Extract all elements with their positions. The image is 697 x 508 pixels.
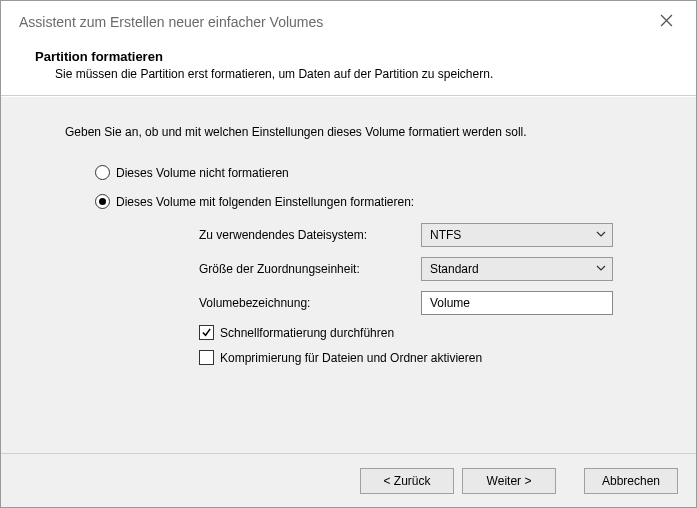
row-allocation: Größe der Zuordnungseinheit: Standard (199, 257, 678, 281)
wizard-content: Geben Sie an, ob und mit welchen Einstel… (1, 96, 696, 453)
filesystem-label: Zu verwendendes Dateisystem: (199, 228, 421, 242)
volumelabel-input[interactable] (421, 291, 613, 315)
format-options: Schnellformatierung durchführen Komprimi… (95, 325, 678, 365)
allocation-label: Größe der Zuordnungseinheit: (199, 262, 421, 276)
close-button[interactable] (650, 8, 682, 36)
page-title: Partition formatieren (35, 49, 678, 64)
wizard-footer: < Zurück Weiter > Abbrechen (1, 453, 696, 507)
format-radio-group: Dieses Volume nicht formatieren Dieses V… (19, 165, 678, 365)
wizard-window: Assistent zum Erstellen neuer einfacher … (0, 0, 697, 508)
chevron-down-icon (596, 228, 606, 242)
close-icon (660, 14, 673, 30)
checkbox-icon (199, 350, 214, 365)
row-volume-label: Volumebezeichnung: (199, 291, 678, 315)
row-filesystem: Zu verwendendes Dateisystem: NTFS (199, 223, 678, 247)
volumelabel-label: Volumebezeichnung: (199, 296, 421, 310)
titlebar: Assistent zum Erstellen neuer einfacher … (1, 1, 696, 43)
compression-label: Komprimierung für Dateien und Ordner akt… (220, 351, 482, 365)
filesystem-value: NTFS (430, 228, 461, 242)
chevron-down-icon (596, 262, 606, 276)
radio-icon (95, 194, 110, 209)
radio-format-with-settings[interactable]: Dieses Volume mit folgenden Einstellunge… (95, 194, 678, 209)
checkbox-compression[interactable]: Komprimierung für Dateien und Ordner akt… (199, 350, 678, 365)
radio-format-with-label: Dieses Volume mit folgenden Einstellunge… (116, 195, 414, 209)
page-subtitle: Sie müssen die Partition erst formatiere… (35, 67, 678, 81)
checkbox-icon (199, 325, 214, 340)
back-button[interactable]: < Zurück (360, 468, 454, 494)
allocation-dropdown[interactable]: Standard (421, 257, 613, 281)
allocation-value: Standard (430, 262, 479, 276)
quick-format-label: Schnellformatierung durchführen (220, 326, 394, 340)
next-button[interactable]: Weiter > (462, 468, 556, 494)
cancel-button[interactable]: Abbrechen (584, 468, 678, 494)
instruction-text: Geben Sie an, ob und mit welchen Einstel… (19, 125, 678, 139)
radio-no-format-label: Dieses Volume nicht formatieren (116, 166, 289, 180)
format-settings-form: Zu verwendendes Dateisystem: NTFS Größe … (95, 223, 678, 315)
window-title: Assistent zum Erstellen neuer einfacher … (19, 14, 323, 30)
checkbox-quick-format[interactable]: Schnellformatierung durchführen (199, 325, 678, 340)
filesystem-dropdown[interactable]: NTFS (421, 223, 613, 247)
radio-no-format[interactable]: Dieses Volume nicht formatieren (95, 165, 678, 180)
wizard-header: Partition formatieren Sie müssen die Par… (1, 43, 696, 96)
radio-icon (95, 165, 110, 180)
